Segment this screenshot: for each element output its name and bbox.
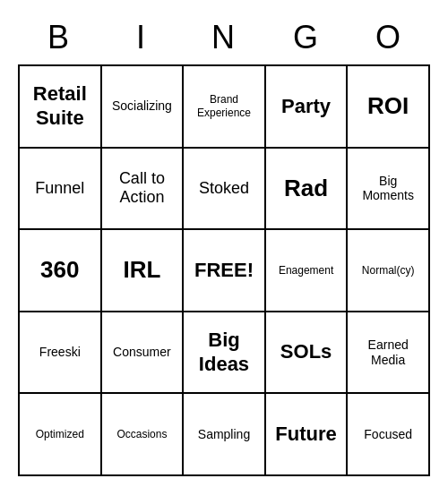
cell-text: FREE! — [194, 259, 254, 282]
bingo-cell: Big Ideas — [184, 312, 266, 395]
cell-text: Occasions — [116, 428, 167, 440]
bingo-grid: Retail SuiteSocializingBrand ExperienceP… — [18, 64, 430, 476]
cell-text: Call to Action — [106, 169, 179, 208]
bingo-cell: Enagement — [266, 230, 349, 312]
cell-text: Brand Experience — [187, 93, 261, 119]
bingo-cell: Call to Action — [102, 149, 185, 231]
cell-text: Consumer — [113, 345, 171, 360]
bingo-cell: Optimized — [20, 394, 102, 476]
cell-text: SOLs — [280, 340, 332, 363]
cell-text: Optimized — [36, 428, 84, 440]
bingo-row: 360IRLFREE!EnagementNormal(cy) — [20, 230, 430, 312]
cell-text: Party — [281, 95, 331, 118]
header-letter: N — [183, 11, 265, 64]
cell-text: Rad — [284, 175, 328, 202]
bingo-cell: Stoked — [184, 149, 266, 231]
cell-text: Big Ideas — [187, 329, 261, 376]
cell-text: Focused — [364, 427, 412, 442]
cell-text: IRL — [123, 256, 160, 284]
bingo-cell: Earned Media — [348, 312, 430, 395]
bingo-cell: Funnel — [20, 149, 102, 231]
cell-text: 360 — [40, 256, 79, 284]
bingo-row: Retail SuiteSocializingBrand ExperienceP… — [20, 66, 430, 149]
cell-text: Sampling — [198, 427, 250, 442]
cell-text: Stoked — [199, 179, 249, 199]
bingo-cell: Brand Experience — [184, 66, 266, 149]
cell-text: Enagement — [279, 264, 333, 277]
bingo-cell: Occasions — [102, 394, 185, 476]
bingo-row: FreeskiConsumerBig IdeasSOLsEarned Media — [20, 312, 430, 395]
bingo-cell: Socializing — [102, 66, 185, 149]
bingo-cell: Freeski — [20, 312, 102, 395]
header-letter: G — [265, 11, 348, 64]
bingo-cell: Focused — [348, 394, 430, 476]
bingo-cell: Consumer — [102, 312, 185, 395]
bingo-cell: Big Moments — [348, 149, 430, 231]
cell-text: Socializing — [112, 98, 172, 114]
bingo-cell: Party — [266, 66, 349, 149]
header-letter: B — [18, 11, 100, 64]
bingo-row: OptimizedOccasionsSamplingFutureFocused — [20, 394, 430, 476]
bingo-cell: 360 — [20, 230, 102, 312]
bingo-cell: FREE! — [184, 230, 266, 312]
bingo-header: BINGO — [18, 11, 430, 64]
cell-text: ROI — [367, 92, 409, 120]
bingo-cell: ROI — [348, 66, 430, 149]
bingo-cell: Retail Suite — [20, 66, 102, 149]
cell-text: Normal(cy) — [362, 264, 415, 277]
header-letter: I — [100, 11, 183, 64]
cell-text: Earned Media — [351, 337, 425, 368]
bingo-cell: Rad — [266, 149, 349, 231]
cell-text: Big Moments — [351, 174, 425, 204]
bingo-cell: IRL — [102, 230, 185, 312]
bingo-cell: SOLs — [266, 312, 349, 395]
cell-text: Funnel — [35, 179, 84, 199]
bingo-cell: Future — [266, 394, 349, 476]
bingo-cell: Sampling — [184, 394, 266, 476]
bingo-cell: Normal(cy) — [348, 230, 430, 312]
bingo-card: BINGO Retail SuiteSocializingBrand Exper… — [18, 11, 430, 476]
bingo-row: FunnelCall to ActionStokedRadBig Moments — [20, 149, 430, 231]
cell-text: Freeski — [39, 345, 81, 360]
cell-text: Retail Suite — [23, 82, 97, 130]
cell-text: Future — [275, 423, 336, 446]
header-letter: O — [348, 11, 430, 64]
